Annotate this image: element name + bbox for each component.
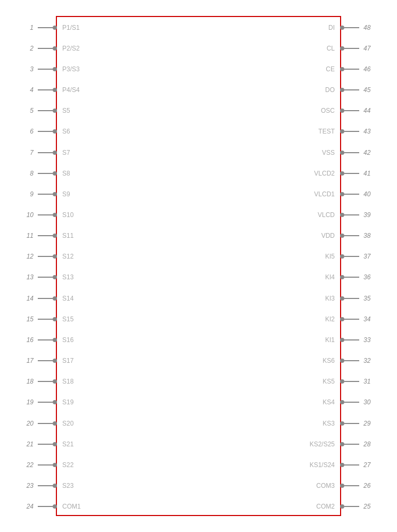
pin-line <box>344 194 359 195</box>
pin-dot <box>53 67 57 71</box>
pin-number: 26 <box>363 482 375 489</box>
right-pin-row: 38 <box>340 226 396 246</box>
pin-number: 18 <box>22 378 34 385</box>
pin-line <box>344 152 359 153</box>
pin-line <box>344 423 359 424</box>
pin-number: 19 <box>22 398 34 406</box>
pin-dot <box>340 192 344 196</box>
pin-dot <box>340 442 344 446</box>
pin-number: 27 <box>363 461 375 469</box>
pin-number: 48 <box>363 24 375 31</box>
right-pin-row: 31 <box>340 371 396 392</box>
pin-line <box>38 256 53 257</box>
left-pin-row: 14 <box>1 288 57 309</box>
pin-dot <box>53 234 57 238</box>
inner-pin-label-right: KI5 <box>57 246 340 267</box>
pin-line <box>38 152 53 153</box>
inner-pin-label-right: KI3 <box>57 288 340 309</box>
pin-dot <box>340 338 344 342</box>
pin-number: 30 <box>363 398 375 406</box>
pin-line <box>38 319 53 320</box>
right-pin-row: 41 <box>340 163 396 184</box>
pin-line <box>344 485 359 486</box>
inner-pin-label-right: OSC <box>57 101 340 121</box>
left-pins: 1 2 3 4 5 6 7 8 9 <box>1 17 57 515</box>
right-pin-row: 32 <box>340 351 396 371</box>
pin-number: 17 <box>22 357 34 364</box>
pin-line <box>38 402 53 403</box>
pin-dot <box>53 26 57 30</box>
pin-number: 14 <box>22 295 34 302</box>
pin-number: 43 <box>363 128 375 135</box>
pin-number: 22 <box>22 461 34 469</box>
ic-body: 1 2 3 4 5 6 7 8 9 <box>56 16 341 516</box>
pin-dot <box>340 296 344 301</box>
pin-number: 5 <box>22 107 34 114</box>
pin-line <box>344 506 359 507</box>
pin-number: 1 <box>22 24 34 31</box>
pin-dot <box>340 129 344 134</box>
pin-line <box>38 131 53 132</box>
right-pin-row: 25 <box>340 496 396 517</box>
pin-dot <box>53 379 57 384</box>
pin-line <box>344 339 359 340</box>
pin-number: 37 <box>363 253 375 260</box>
pin-number: 33 <box>363 336 375 344</box>
pin-line <box>344 402 359 403</box>
pin-dot <box>340 254 344 259</box>
right-pin-row: 46 <box>340 59 396 79</box>
pin-number: 47 <box>363 45 375 52</box>
left-pin-row: 16 <box>1 329 57 350</box>
pin-dot <box>53 504 57 509</box>
right-pin-row: 28 <box>340 434 396 454</box>
pin-dot <box>340 234 344 238</box>
right-pin-row: 43 <box>340 121 396 142</box>
pin-dot <box>340 463 344 467</box>
pin-line <box>344 444 359 445</box>
pin-line <box>38 423 53 424</box>
left-pin-row: 12 <box>1 246 57 267</box>
pin-line <box>38 298 53 299</box>
inner-pin-label-right: TEST <box>57 121 340 142</box>
pin-number: 12 <box>22 253 34 260</box>
pin-dot <box>53 442 57 446</box>
pin-number: 13 <box>22 273 34 281</box>
pin-line <box>38 69 53 70</box>
inner-pin-label-right: KS5 <box>57 371 340 392</box>
pin-dot <box>340 88 344 92</box>
pin-dot <box>340 26 344 30</box>
inner-pin-label-right: CE <box>57 59 340 79</box>
pin-line <box>344 48 359 49</box>
pin-line <box>344 69 359 70</box>
pin-line <box>38 485 53 486</box>
pin-number: 21 <box>22 440 34 448</box>
left-pin-row: 7 <box>1 142 57 163</box>
pin-line <box>38 89 53 90</box>
pin-line <box>344 298 359 299</box>
pin-dot <box>53 109 57 113</box>
pin-dot <box>340 213 344 217</box>
pin-dot <box>53 151 57 155</box>
pin-line <box>38 381 53 382</box>
pin-line <box>38 214 53 215</box>
pin-dot <box>53 213 57 217</box>
pin-line <box>38 235 53 236</box>
pin-dot <box>53 400 57 404</box>
inner-pin-label-right: KI4 <box>57 267 340 288</box>
pin-dot <box>53 88 57 92</box>
pin-dot <box>53 296 57 301</box>
pin-dot <box>53 275 57 279</box>
left-pin-row: 11 <box>1 226 57 246</box>
left-pin-row: 10 <box>1 204 57 225</box>
right-pin-row: 44 <box>340 101 396 121</box>
right-pin-row: 36 <box>340 267 396 288</box>
pin-dot <box>340 484 344 488</box>
pin-dot <box>53 129 57 134</box>
pin-line <box>344 214 359 215</box>
pin-number: 25 <box>363 503 375 510</box>
pin-line <box>38 48 53 49</box>
pin-dot <box>340 359 344 363</box>
pin-number: 40 <box>363 190 375 198</box>
right-pin-row: 48 <box>340 17 396 38</box>
left-pin-row: 5 <box>1 101 57 121</box>
